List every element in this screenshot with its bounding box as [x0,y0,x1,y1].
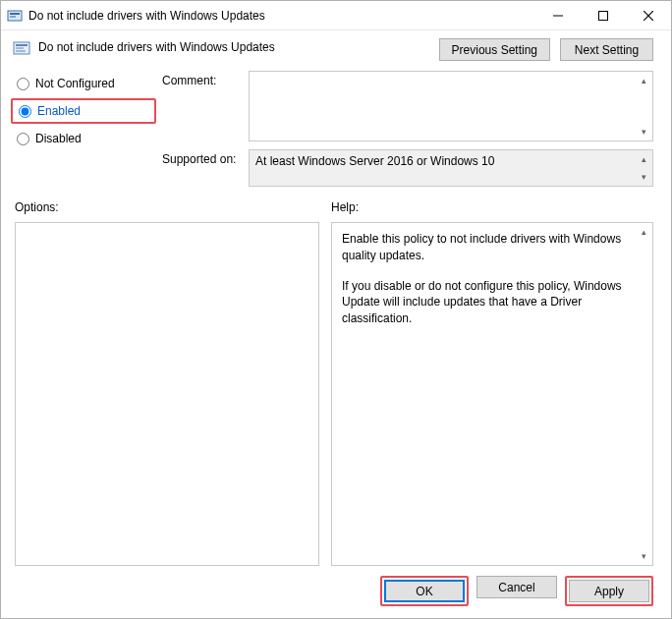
svg-rect-4 [599,11,608,20]
scroll-up-icon: ▴ [636,151,651,167]
scroll-up-icon: ▴ [636,224,651,240]
scroll-down-icon: ▾ [636,548,651,564]
radio-not-configured[interactable]: Not Configured [15,75,152,92]
supported-text: At least Windows Server 2016 or Windows … [255,154,494,168]
comment-label: Comment: [162,71,243,87]
window-title: Do not include drivers with Windows Upda… [28,9,535,23]
maximize-button[interactable] [581,1,626,29]
next-setting-button[interactable]: Next Setting [560,38,653,61]
radio-enabled-input[interactable] [19,105,31,118]
policy-editor-window: Do not include drivers with Windows Upda… [0,0,672,619]
help-scrollbar[interactable]: ▴ ▾ [636,224,651,564]
apply-button[interactable]: Apply [569,580,649,602]
options-label: Options: [15,200,331,214]
highlight-ok: OK [380,576,469,606]
scroll-up-icon: ▴ [636,73,651,88]
highlight-enabled: Enabled [11,98,156,124]
scroll-down-icon: ▾ [636,169,651,185]
policy-title: Do not include drivers with Windows Upda… [38,38,439,54]
policy-icon [13,39,30,57]
section-labels: Options: Help: [1,189,671,218]
window-controls [535,1,671,29]
previous-setting-button[interactable]: Previous Setting [439,38,550,61]
svg-rect-2 [10,16,16,18]
app-icon [7,8,23,24]
svg-rect-9 [16,47,24,49]
radio-disabled-input[interactable] [17,133,29,145]
titlebar: Do not include drivers with Windows Upda… [1,1,671,30]
radio-enabled-label: Enabled [37,104,81,118]
radio-not-configured-label: Not Configured [35,77,115,90]
panels: Enable this policy to not include driver… [1,218,671,566]
help-paragraph-1: Enable this policy to not include driver… [342,231,633,264]
help-label: Help: [331,200,359,214]
config-section: Not Configured Enabled Disabled Comment: [1,65,671,189]
svg-rect-1 [10,13,20,15]
svg-rect-10 [16,50,26,52]
svg-rect-8 [16,44,28,46]
scroll-down-icon: ▾ [636,124,651,140]
help-paragraph-2: If you disable or do not configure this … [342,278,633,327]
help-panel: Enable this policy to not include driver… [331,222,653,566]
highlight-apply: Apply [565,576,653,606]
footer-buttons: OK Cancel Apply [1,566,671,618]
supported-field: At least Windows Server 2016 or Windows … [249,149,653,187]
comment-scrollbar[interactable]: ▴ ▾ [636,73,651,140]
header: Do not include drivers with Windows Upda… [1,30,671,65]
options-panel [15,222,319,566]
close-button[interactable] [626,1,671,29]
radio-disabled-label: Disabled [35,132,82,145]
radio-not-configured-input[interactable] [17,78,29,90]
radio-enabled[interactable]: Enabled [17,102,150,120]
cancel-button[interactable]: Cancel [476,576,557,598]
state-radios: Not Configured Enabled Disabled [15,71,152,187]
supported-label: Supported on: [162,149,243,166]
radio-disabled[interactable]: Disabled [15,130,152,147]
comment-field[interactable]: ▴ ▾ [249,71,653,141]
supported-scrollbar[interactable]: ▴ ▾ [636,151,651,185]
minimize-button[interactable] [535,1,581,29]
ok-button[interactable]: OK [384,580,465,602]
